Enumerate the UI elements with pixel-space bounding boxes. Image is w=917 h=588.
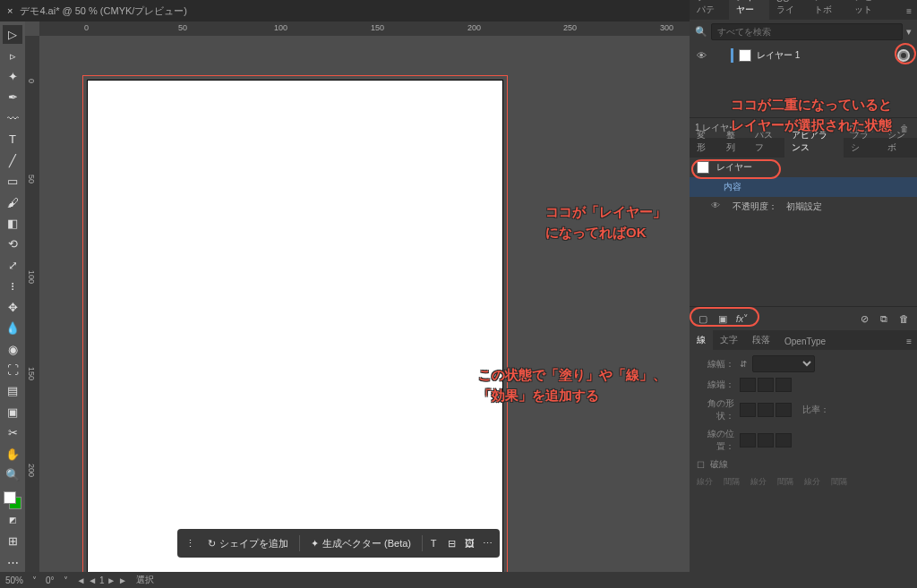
tab-transform[interactable]: 変形: [690, 125, 719, 158]
corner-round-button[interactable]: [758, 403, 774, 417]
eraser-tool[interactable]: ◧: [3, 214, 22, 233]
tab-symbols[interactable]: シンボ: [880, 125, 917, 158]
clear-appearance-icon[interactable]: ⊘: [858, 312, 870, 325]
tab-opentype[interactable]: OpenType: [777, 333, 833, 350]
place-icon[interactable]: ⊟: [444, 536, 458, 550]
layer-color-bar: [731, 48, 733, 63]
generate-vector-button[interactable]: ✦ 生成ベクター (Beta): [304, 533, 418, 554]
edit-toolbar[interactable]: ⋯: [3, 553, 22, 572]
add-shape-button[interactable]: ↻ シェイプを追加: [201, 533, 296, 554]
slice-tool[interactable]: ✂: [3, 423, 22, 442]
type-tool[interactable]: T: [3, 130, 22, 149]
stroke-panel: 線幅： ⇵ 線端： 角の形状： 比率： 線の位置： ☐ 破線 線分間隔 線分間隔…: [690, 350, 917, 493]
appearance-opacity-row[interactable]: 👁 不透明度： 初期設定: [690, 197, 917, 217]
tab-stroke[interactable]: 線: [690, 330, 713, 350]
tab-paragraph[interactable]: 段落: [745, 330, 777, 350]
tab-artboards[interactable]: アートボ: [807, 0, 846, 20]
tab-layers[interactable]: レイヤー: [729, 0, 768, 20]
tab-character[interactable]: 文字: [713, 330, 745, 350]
tab-properties[interactable]: プロパテ: [690, 0, 729, 20]
curvature-tool[interactable]: 〰: [3, 109, 22, 128]
rotate-tool[interactable]: ⟲: [3, 234, 22, 253]
add-fill-icon[interactable]: ▣: [716, 312, 729, 325]
cap-projecting-button[interactable]: [776, 378, 792, 392]
layers-search-input[interactable]: [711, 23, 903, 40]
tab-align[interactable]: 整列: [719, 125, 749, 158]
blend-tool[interactable]: ◉: [3, 339, 22, 358]
close-tab-icon[interactable]: ×: [7, 5, 13, 16]
more-icon[interactable]: ⋯: [480, 536, 494, 550]
artboard-nav[interactable]: ◄ ◄ 1 ► ►: [77, 575, 127, 585]
image-icon[interactable]: 🖼: [462, 536, 476, 550]
zoom-level[interactable]: 50%: [5, 575, 23, 585]
appearance-thumbnail: [697, 161, 709, 174]
delete-item-icon[interactable]: 🗑: [897, 312, 910, 325]
pen-tool[interactable]: ✒: [3, 88, 22, 107]
dashed-checkbox[interactable]: ☐: [697, 460, 705, 470]
canvas-area: 0 50 100 150 200 250 300 0 50 100 150 20…: [25, 21, 690, 572]
drag-handle-icon[interactable]: ⋮: [183, 536, 197, 550]
zoom-tool[interactable]: 🔍: [3, 465, 22, 484]
appearance-footer: ▢ ▣ fx˅ ⊘ ⧉ 🗑: [690, 306, 917, 330]
eyedropper-tool[interactable]: 💧: [3, 319, 22, 337]
tab-appearance[interactable]: アピアランス: [784, 125, 844, 158]
filter-icon[interactable]: ▾: [906, 26, 912, 38]
align-center-button[interactable]: [740, 433, 756, 447]
artboard-viewport[interactable]: [39, 36, 690, 572]
search-icon: 🔍: [695, 26, 707, 38]
visibility-eye-icon[interactable]: 👁: [695, 50, 707, 61]
stroke-width-label: 線幅：: [697, 358, 734, 371]
layer-row[interactable]: 👁 レイヤー 1: [690, 44, 917, 67]
line-tool[interactable]: ╱: [3, 151, 22, 170]
document-title: デモ4.ai* @ 50 % (CMYK/プレビュー): [20, 4, 187, 18]
add-stroke-icon[interactable]: ▢: [697, 312, 709, 325]
panel-menu-icon[interactable]: ≡: [901, 3, 917, 20]
stroke-panel-tabs: 線 文字 段落 OpenType ≡: [690, 330, 917, 350]
cap-round-button[interactable]: [758, 378, 774, 392]
stroke-width-stepper[interactable]: ⇵: [740, 359, 747, 369]
layer-thumbnail: [739, 49, 751, 62]
tab-cc-libraries[interactable]: CC ライ: [769, 0, 807, 20]
artboard-tool[interactable]: ▣: [3, 403, 22, 422]
stroke-corner-label: 角の形状：: [697, 397, 734, 422]
layer-name-label[interactable]: レイヤー 1: [757, 49, 890, 62]
selection-outline: [82, 75, 508, 572]
tab-assets[interactable]: アセット: [847, 0, 887, 20]
duplicate-item-icon[interactable]: ⧉: [878, 312, 890, 325]
artboard: [87, 80, 503, 572]
rotate-view[interactable]: 0°: [46, 575, 55, 585]
cap-butt-button[interactable]: [740, 378, 756, 392]
screen-mode-toggle[interactable]: ⊞: [3, 532, 22, 550]
ruler-horizontal: 0 50 100 150 200 250 300: [39, 21, 690, 36]
corner-bevel-button[interactable]: [776, 403, 792, 417]
align-outside-button[interactable]: [776, 433, 792, 447]
appearance-content-row[interactable]: 内容: [690, 177, 917, 197]
appearance-panel: レイヤー 内容 👁 不透明度： 初期設定 ▢ ▣ fx˅ ⊘ ⧉ 🗑: [690, 158, 917, 330]
selection-tool[interactable]: ▷: [3, 25, 22, 44]
hand-tool[interactable]: ✋: [3, 444, 22, 463]
rectangle-tool[interactable]: ▭: [3, 172, 22, 191]
graph-tool[interactable]: ▤: [3, 381, 22, 400]
fill-stroke-swatch[interactable]: [4, 491, 21, 508]
appearance-panel-tabs: 変形 整列 パスフ アピアランス ブラシ シンボ: [690, 138, 917, 158]
free-transform-tool[interactable]: ✥: [3, 297, 22, 316]
appearance-target-label: レイヤー: [716, 161, 752, 174]
tab-brushes[interactable]: ブラシ: [844, 125, 880, 158]
add-effect-icon[interactable]: fx˅: [736, 312, 749, 325]
right-panel-dock: プロパテ レイヤー CC ライ アートボ アセット ≡ 🔍 ▾ 👁 レイヤー 1…: [690, 0, 917, 588]
magic-wand-tool[interactable]: ✦: [3, 67, 22, 86]
direct-selection-tool[interactable]: ▹: [3, 46, 22, 64]
width-tool[interactable]: ⫶: [3, 277, 22, 295]
scale-tool[interactable]: ⤢: [3, 256, 22, 275]
status-bar: 50%˅ 0°˅ ◄ ◄ 1 ► ► 選択: [0, 572, 690, 588]
corner-miter-button[interactable]: [740, 403, 756, 417]
paintbrush-tool[interactable]: 🖌: [3, 192, 22, 211]
symbol-sprayer-tool[interactable]: ⛶: [3, 361, 22, 379]
tab-pathfinder[interactable]: パスフ: [748, 125, 784, 158]
panel-menu-icon[interactable]: ≡: [901, 333, 917, 350]
type-icon[interactable]: T: [426, 536, 441, 550]
color-mode-toggle[interactable]: ◩: [3, 511, 22, 530]
stroke-width-input[interactable]: [752, 355, 815, 372]
align-inside-button[interactable]: [758, 433, 774, 447]
target-icon[interactable]: [897, 49, 910, 62]
